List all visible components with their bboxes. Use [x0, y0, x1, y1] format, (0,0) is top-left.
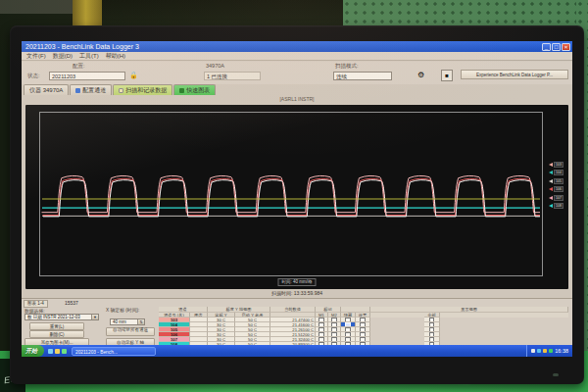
taskbar-item-benchlink[interactable]: 20211203 - Bench... — [72, 347, 156, 356]
autoscale-all-button[interactable]: 自动缩放所有通道 — [106, 327, 155, 336]
scan-mode-label: 扫描模式: — [335, 63, 359, 70]
monitor: 20211203 - BenchLink Data Logger 3 _ □ ×… — [10, 25, 584, 384]
marker-label: 106 — [554, 186, 564, 192]
menu-tools[interactable]: 工具(T) — [79, 52, 99, 61]
channel-marker-105[interactable]: 105 — [549, 178, 564, 183]
quick-launch — [48, 349, 67, 354]
lock-icon: 🔒 — [129, 71, 138, 79]
channels-icon — [75, 88, 80, 93]
channel-table-body: 10330 C50 C21.47400 C10430 C50 C21.41600… — [159, 318, 568, 347]
config-name-field[interactable]: 20211203 — [49, 72, 125, 80]
maximize-button[interactable]: □ — [552, 43, 561, 51]
channel-marker-107[interactable]: 107 — [549, 195, 564, 200]
screen: 20211203 - BenchLink Data Logger 3 _ □ ×… — [22, 41, 572, 357]
quick-graph-panel: [ASRL1 INSTR] 103104105106107108 时间: 40 … — [22, 95, 572, 298]
window-title: 20211203 - BenchLink Data Logger 3 — [25, 43, 139, 50]
photo-scene: EW! 20211203 - BenchLink Data Logger 3 _… — [0, 0, 588, 392]
tab-configure-channels[interactable]: 配置通道 — [70, 84, 112, 95]
marker-label: 104 — [554, 170, 564, 175]
config-label: 配置: — [73, 63, 85, 70]
stop-button[interactable]: ■ — [441, 70, 453, 81]
toolbar: 配置: 状态: 20211203 🔒 34970A 1 已连接 扫描模式: 连续… — [22, 62, 572, 84]
start-button[interactable]: 开始 — [22, 345, 44, 357]
graph-background: 103104105106107108 时间: 40 mm/格 — [25, 105, 568, 289]
marker-arrow-icon — [549, 187, 553, 191]
close-button[interactable]: × — [562, 43, 570, 51]
channel-marker-103[interactable]: 103 — [549, 162, 564, 167]
tray-clock: 16:38 — [555, 348, 568, 354]
marker-arrow-icon — [549, 163, 553, 167]
tray-icon[interactable] — [531, 349, 535, 353]
plot-area[interactable] — [39, 112, 543, 276]
tab-quick-graph[interactable]: 快速图表 — [173, 84, 216, 95]
channel-markers: 103104105106107108 — [549, 162, 564, 209]
visa-resource-label: [ASRL1 INSTR] — [22, 96, 572, 102]
x-scale-box[interactable]: 时间: 40 mm/格 — [277, 278, 316, 286]
x-scale-dropdown[interactable]: 40 mm⇅ — [110, 318, 145, 325]
minimize-button[interactable]: _ — [542, 43, 551, 51]
menu-help[interactable]: 帮助(H) — [106, 52, 125, 61]
x-scale-label: X 轴定标 (时间): — [106, 308, 153, 313]
window-titlebar[interactable]: 20211203 - BenchLink Data Logger 3 _ □ × — [22, 41, 572, 52]
gear-icon[interactable]: ⚙ — [417, 71, 424, 79]
marker-label: 107 — [554, 195, 564, 201]
instrument-status: 1 已连接 — [204, 72, 261, 80]
delete-button[interactable]: 删除(C) — [29, 330, 84, 338]
system-tray: 16:38 — [526, 345, 572, 357]
scan-log-icon — [119, 88, 123, 93]
status-label: 状态: — [27, 73, 40, 79]
marker-label: 108 — [554, 203, 564, 209]
graph-icon — [179, 88, 184, 93]
scan-count: 15537 — [65, 300, 78, 306]
tray-icon[interactable] — [537, 349, 541, 353]
marker-label: 103 — [554, 162, 564, 168]
channel-marker-106[interactable]: 106 — [549, 187, 564, 192]
shelf-bar — [0, 0, 73, 14]
tab-scan-and-log[interactable]: 扫描和记录数据 — [113, 84, 172, 95]
menu-bar: 文件(F) 数据(D) 工具(T) 帮助(H) — [22, 52, 572, 61]
marker-arrow-icon — [549, 171, 553, 174]
waveform-chart — [40, 113, 542, 275]
marker-arrow-icon — [549, 204, 553, 208]
scan-mode-select[interactable]: 连续 — [333, 72, 392, 80]
channel-marker-108[interactable]: 108 — [549, 204, 564, 209]
marker-arrow-icon — [549, 196, 553, 200]
tray-icon[interactable] — [549, 349, 553, 353]
graph-setup-panel: 图表 1-4 15537 数据选择: 数 日期 INSTR 2021-12-03… — [22, 298, 572, 345]
data-select-dropdown[interactable]: 数 日期 INSTR 2021-12-03▼ — [24, 314, 99, 320]
tab-bar: 仪器 34970A 配置通道 扫描和记录数据 快速图表 — [22, 84, 572, 95]
quicklaunch-icon[interactable] — [48, 349, 53, 354]
channel-marker-104[interactable]: 104 — [549, 171, 564, 175]
menu-file[interactable]: 文件(F) — [26, 52, 46, 61]
marker-arrow-icon — [549, 179, 553, 183]
windows-taskbar: 开始 20211203 - Bench... 16:38 — [22, 345, 572, 357]
spinner-icon[interactable]: ⇅ — [137, 319, 144, 324]
power-led — [553, 373, 559, 376]
quicklaunch-icon[interactable] — [62, 349, 67, 354]
instrument-label: 34970A — [206, 63, 224, 69]
tab-instrument[interactable]: 仪器 34970A — [24, 84, 69, 95]
menu-data[interactable]: 数据(D) — [53, 52, 73, 61]
marker-label: 105 — [554, 178, 564, 184]
channel-table: 通道 标度 Y 轴视图 当前数值 标记 显示视图 通道号 (名) 图表 定标 Y… — [159, 307, 568, 347]
chart-group-tab[interactable]: 图表 1-4 — [24, 300, 48, 308]
quicklaunch-icon[interactable] — [55, 349, 60, 354]
dropdown-arrow-icon[interactable]: ▼ — [91, 315, 98, 319]
tray-icon[interactable] — [543, 349, 547, 353]
experience-button[interactable]: Experience BenchLink Data Logger P... — [461, 70, 568, 79]
last-scan-time: 扫描时间: 13:33:59.984 — [22, 290, 572, 296]
reset-button[interactable]: 重置(L) — [29, 322, 84, 330]
